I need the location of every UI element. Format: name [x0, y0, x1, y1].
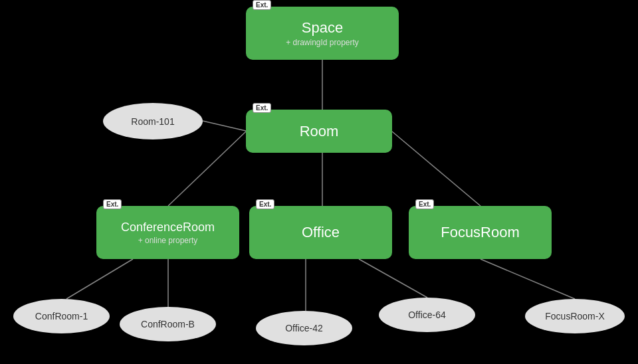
room101-label: Room-101 [131, 116, 174, 127]
room101-ellipse: Room-101 [103, 103, 203, 139]
room-node: Ext. Room [246, 110, 392, 153]
focus-title: FocusRoom [441, 224, 520, 241]
space-node: Ext. Space + drawingId property [246, 7, 399, 60]
office-node: Ext. Office [249, 206, 392, 259]
conference-ext-badge: Ext. [103, 199, 122, 209]
conference-title: ConferenceRoom [121, 221, 215, 234]
space-subtitle: + drawingId property [286, 38, 359, 47]
focus-node: Ext. FocusRoom [409, 206, 552, 259]
confroomB-label: ConfRoom-B [141, 319, 195, 329]
svg-line-3 [392, 132, 480, 206]
office42-ellipse: Office-42 [256, 311, 352, 345]
svg-line-4 [203, 121, 246, 131]
office64-ellipse: Office-64 [379, 298, 475, 332]
focusroomX-ellipse: FocusRoom-X [525, 299, 625, 333]
office-title: Office [302, 224, 340, 241]
svg-line-5 [66, 259, 133, 299]
focusroomX-label: FocusRoom-X [545, 311, 604, 321]
room-ext-badge: Ext. [253, 103, 271, 113]
space-ext-badge: Ext. [253, 0, 271, 10]
svg-line-1 [168, 132, 246, 206]
conference-subtitle: + online property [138, 236, 198, 245]
conference-node: Ext. ConferenceRoom + online property [96, 206, 239, 259]
svg-line-8 [359, 259, 427, 298]
office64-label: Office-64 [408, 310, 446, 320]
office42-label: Office-42 [285, 323, 323, 333]
focus-ext-badge: Ext. [415, 199, 434, 209]
room-title: Room [300, 123, 339, 140]
space-title: Space [302, 19, 343, 37]
confroom1-ellipse: ConfRoom-1 [13, 299, 110, 333]
svg-line-9 [480, 259, 575, 299]
confroomB-ellipse: ConfRoom-B [120, 307, 216, 341]
confroom1-label: ConfRoom-1 [35, 311, 88, 321]
office-ext-badge: Ext. [256, 199, 274, 209]
